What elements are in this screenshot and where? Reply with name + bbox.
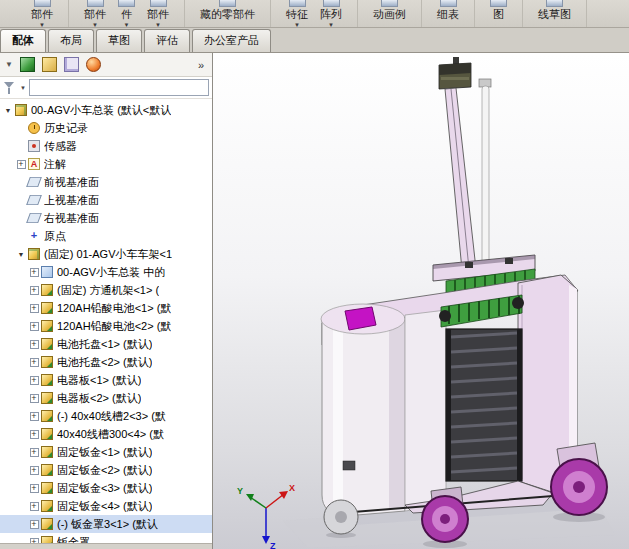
ribbon-button[interactable]: 图 — [484, 0, 513, 21]
mast-pole[interactable] — [482, 86, 489, 271]
command-tab[interactable]: 评估 — [144, 29, 190, 52]
tree-item-label: 原点 — [44, 229, 66, 244]
expander-icon[interactable] — [15, 160, 27, 169]
ribbon-button-icon — [490, 0, 507, 7]
ribbon-group: 动画例 — [358, 0, 422, 27]
expander-icon[interactable] — [28, 322, 40, 331]
tree-item[interactable]: 固定钣金<3> (默认) — [0, 479, 212, 497]
tree-item[interactable]: 钣金罩 — [0, 533, 212, 543]
expander-icon[interactable] — [28, 286, 40, 295]
tree-item[interactable]: (固定) 方通机架<1> ( — [0, 281, 212, 299]
tree-item[interactable]: 00-AGV小车总装 (默认<默认 — [0, 101, 212, 119]
part-icon — [41, 500, 53, 512]
ribbon-group: 部件▼ — [16, 0, 69, 27]
mate-reference-icon — [41, 266, 53, 278]
panel-scrollbar-strip[interactable] — [0, 543, 212, 549]
ribbon-button[interactable]: 特征▼ — [280, 0, 314, 28]
tree-item-label: 传感器 — [44, 139, 77, 154]
tree-item[interactable]: (-) 40x40线槽2<3> (默 — [0, 407, 212, 425]
tree-item[interactable]: 120AH铅酸电池<1> (默 — [0, 299, 212, 317]
front-cylinder-tower[interactable] — [321, 304, 405, 516]
command-tab[interactable]: 配体 — [0, 29, 46, 52]
command-tab[interactable]: 草图 — [96, 29, 142, 52]
tree-item[interactable]: (固定) 01-AGV小车车架<1 — [0, 245, 212, 263]
ribbon-button[interactable]: 动画例 — [367, 0, 412, 21]
expander-icon[interactable] — [28, 304, 40, 313]
part-icon — [41, 284, 53, 296]
mast[interactable] — [439, 57, 491, 271]
tree-item[interactable]: 00-AGV小车总装 中的 — [0, 263, 212, 281]
ribbon-button[interactable]: 线草图 — [532, 0, 577, 21]
ribbon-button[interactable]: 细表 — [431, 0, 465, 21]
tree-item[interactable]: 前视基准面 — [0, 173, 212, 191]
tree-item[interactable]: 注解 — [0, 155, 212, 173]
expander-icon[interactable] — [28, 412, 40, 421]
configurationmanager-icon[interactable] — [64, 57, 79, 72]
ribbon-button[interactable]: 阵列▼ — [314, 0, 348, 28]
ribbon-button-label: 细表 — [437, 8, 459, 21]
tree-item[interactable]: 电池托盘<1> (默认) — [0, 335, 212, 353]
tree-item[interactable]: 传感器 — [0, 137, 212, 155]
tree-item[interactable]: 电池托盘<2> (默认) — [0, 353, 212, 371]
main-area: ▼ » ▼ 00-AGV小车总装 (默认<默认历史记录传感器注解前视基准面上视基… — [0, 53, 629, 549]
expander-icon[interactable] — [28, 376, 40, 385]
expander-icon[interactable] — [28, 448, 40, 457]
battery-rack[interactable] — [446, 329, 522, 481]
tree-item[interactable]: 电器板<2> (默认) — [0, 389, 212, 407]
propertymanager-icon[interactable] — [42, 57, 57, 72]
expander-icon[interactable] — [28, 430, 40, 439]
history-icon — [28, 122, 40, 134]
expander-icon[interactable] — [28, 484, 40, 493]
featuremanager-icon[interactable] — [20, 57, 35, 72]
expander-icon[interactable] — [28, 340, 40, 349]
expander-icon[interactable] — [28, 466, 40, 475]
displaymanager-icon[interactable] — [86, 57, 101, 72]
graphics-viewport[interactable]: X Y Z — [213, 53, 629, 549]
plane-icon — [26, 213, 42, 223]
tree-item[interactable]: 上视基准面 — [0, 191, 212, 209]
ribbon-button[interactable]: 部件▼ — [78, 0, 112, 28]
expander-icon[interactable] — [28, 520, 40, 529]
part-icon — [41, 518, 53, 530]
tree-item[interactable]: 原点 — [0, 227, 212, 245]
panel-flyout-arrow-icon[interactable]: ▼ — [5, 60, 13, 69]
expander-icon[interactable] — [2, 107, 14, 114]
tree-item[interactable]: 40x40线槽300<4> (默 — [0, 425, 212, 443]
tree-item[interactable]: 右视基准面 — [0, 209, 212, 227]
ribbon-button[interactable]: 件▼ — [112, 0, 141, 28]
command-tab[interactable]: 布局 — [48, 29, 94, 52]
tree-item-label: 电器板<2> (默认) — [57, 391, 141, 406]
ribbon-button[interactable]: 藏的零部件 — [194, 0, 261, 21]
expander-icon[interactable] — [28, 502, 40, 511]
expander-icon[interactable] — [28, 358, 40, 367]
expander-icon[interactable] — [28, 394, 40, 403]
part-icon — [41, 482, 53, 494]
filter-dropdown-arrow-icon[interactable]: ▼ — [20, 85, 26, 91]
ribbon-group: 藏的零部件 — [185, 0, 271, 27]
ribbon-button-icon — [87, 0, 104, 7]
ribbon-button-label: 线草图 — [538, 8, 571, 21]
ribbon-button[interactable]: 部件▼ — [141, 0, 175, 28]
tree-item[interactable]: 电器板<1> (默认) — [0, 371, 212, 389]
tree-item-label: (-) 钣金罩3<1> (默认 — [57, 517, 158, 532]
part-icon — [41, 464, 53, 476]
center-front-panel[interactable] — [405, 310, 446, 511]
tree-item[interactable]: 120AH铅酸电池<2> (默 — [0, 317, 212, 335]
ribbon-group: 部件▼件▼部件▼ — [69, 0, 185, 27]
tree-item[interactable]: 固定钣金<2> (默认) — [0, 461, 212, 479]
expander-icon[interactable] — [15, 251, 27, 258]
filter-input[interactable] — [29, 79, 209, 96]
command-tab[interactable]: 办公室产品 — [192, 29, 271, 52]
assembly-icon — [15, 104, 27, 116]
panel-overflow-button[interactable]: » — [195, 59, 207, 71]
tree-item[interactable]: (-) 钣金罩3<1> (默认 — [0, 515, 212, 533]
part-icon — [41, 410, 53, 422]
tree-item[interactable]: 固定钣金<1> (默认) — [0, 443, 212, 461]
expander-icon[interactable] — [28, 268, 40, 277]
ribbon-button-icon — [323, 0, 340, 7]
origin-triad: X Y Z — [237, 483, 295, 549]
tree-item[interactable]: 历史记录 — [0, 119, 212, 137]
filter-funnel-icon[interactable] — [3, 81, 17, 95]
tree-item[interactable]: 固定钣金<4> (默认) — [0, 497, 212, 515]
ribbon-button[interactable]: 部件▼ — [25, 0, 59, 28]
